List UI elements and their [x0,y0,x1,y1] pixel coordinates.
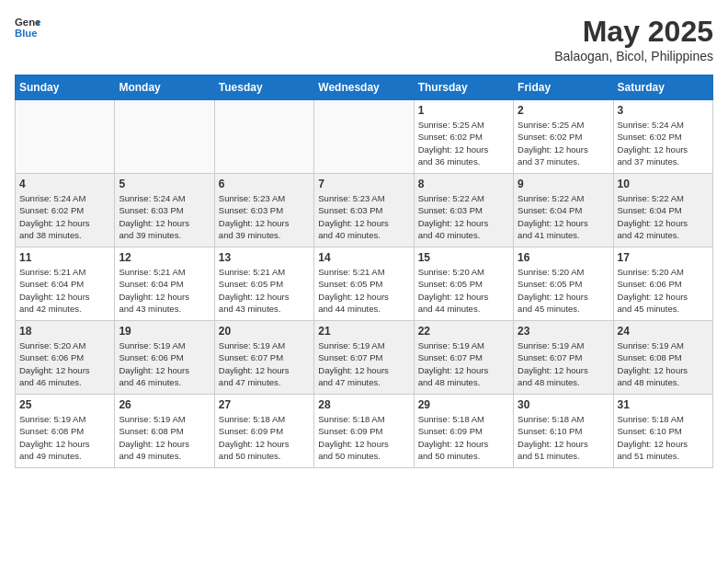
calendar-cell: 31Sunrise: 5:18 AM Sunset: 6:10 PM Dayli… [613,395,712,468]
day-info: Sunrise: 5:20 AM Sunset: 6:06 PM Dayligh… [19,339,110,388]
day-number: 21 [318,325,409,338]
day-number: 7 [318,178,409,190]
day-number: 13 [219,251,310,264]
day-info: Sunrise: 5:22 AM Sunset: 6:04 PM Dayligh… [518,192,609,241]
calendar-cell: 13Sunrise: 5:21 AM Sunset: 6:05 PM Dayli… [214,247,313,321]
day-info: Sunrise: 5:25 AM Sunset: 6:02 PM Dayligh… [518,119,609,167]
day-info: Sunrise: 5:19 AM Sunset: 6:07 PM Dayligh… [418,339,509,388]
day-number: 15 [418,251,509,264]
calendar-cell: 18Sunrise: 5:20 AM Sunset: 6:06 PM Dayli… [16,321,115,395]
calendar-cell: 8Sunrise: 5:22 AM Sunset: 6:03 PM Daylig… [414,174,513,247]
day-info: Sunrise: 5:19 AM Sunset: 6:07 PM Dayligh… [219,339,310,388]
calendar-cell [214,100,313,174]
day-info: Sunrise: 5:21 AM Sunset: 6:04 PM Dayligh… [19,266,110,315]
calendar-cell: 1Sunrise: 5:25 AM Sunset: 6:02 PM Daylig… [414,100,513,174]
day-info: Sunrise: 5:19 AM Sunset: 6:08 PM Dayligh… [19,413,110,462]
calendar-cell: 4Sunrise: 5:24 AM Sunset: 6:02 PM Daylig… [16,174,115,247]
day-info: Sunrise: 5:22 AM Sunset: 6:03 PM Dayligh… [418,192,509,241]
calendar-cell: 16Sunrise: 5:20 AM Sunset: 6:05 PM Dayli… [514,247,613,321]
day-number: 1 [418,104,509,117]
weekday-header-friday: Friday [514,75,613,100]
day-info: Sunrise: 5:20 AM Sunset: 6:05 PM Dayligh… [418,266,509,315]
calendar-cell: 7Sunrise: 5:23 AM Sunset: 6:03 PM Daylig… [314,174,414,247]
day-info: Sunrise: 5:18 AM Sunset: 6:10 PM Dayligh… [518,413,609,462]
day-info: Sunrise: 5:22 AM Sunset: 6:04 PM Dayligh… [618,192,709,241]
day-info: Sunrise: 5:25 AM Sunset: 6:02 PM Dayligh… [418,119,509,167]
day-number: 31 [618,398,709,411]
day-info: Sunrise: 5:19 AM Sunset: 6:08 PM Dayligh… [618,339,709,388]
weekday-header-tuesday: Tuesday [214,75,313,100]
day-info: Sunrise: 5:24 AM Sunset: 6:03 PM Dayligh… [119,192,210,241]
day-info: Sunrise: 5:18 AM Sunset: 6:10 PM Dayligh… [618,413,709,462]
month-year: May 2025 [554,15,713,49]
day-number: 23 [518,325,609,338]
calendar-cell [115,100,214,174]
calendar-cell [16,100,115,174]
day-number: 16 [518,251,609,264]
calendar-cell: 20Sunrise: 5:19 AM Sunset: 6:07 PM Dayli… [214,321,313,395]
day-number: 10 [618,178,709,190]
calendar-cell: 12Sunrise: 5:21 AM Sunset: 6:04 PM Dayli… [115,247,214,321]
day-number: 20 [219,325,310,338]
weekday-header-row: SundayMondayTuesdayWednesdayThursdayFrid… [16,75,713,100]
day-info: Sunrise: 5:19 AM Sunset: 6:07 PM Dayligh… [518,339,609,388]
day-info: Sunrise: 5:18 AM Sunset: 6:09 PM Dayligh… [418,413,509,462]
calendar-cell: 3Sunrise: 5:24 AM Sunset: 6:02 PM Daylig… [613,100,712,174]
day-number: 8 [418,178,509,190]
calendar-cell: 11Sunrise: 5:21 AM Sunset: 6:04 PM Dayli… [16,247,115,321]
svg-text:Blue: Blue [15,28,38,39]
calendar-cell: 21Sunrise: 5:19 AM Sunset: 6:07 PM Dayli… [314,321,414,395]
calendar-cell: 26Sunrise: 5:19 AM Sunset: 6:08 PM Dayli… [115,395,214,468]
day-info: Sunrise: 5:19 AM Sunset: 6:07 PM Dayligh… [318,339,409,388]
calendar-cell: 19Sunrise: 5:19 AM Sunset: 6:06 PM Dayli… [115,321,214,395]
day-number: 26 [119,398,210,411]
day-number: 12 [119,251,210,264]
page-header: General Blue May 2025 Balaogan, Bicol, P… [15,15,713,63]
title-block: May 2025 Balaogan, Bicol, Philippines [554,15,713,63]
day-info: Sunrise: 5:24 AM Sunset: 6:02 PM Dayligh… [618,119,709,167]
day-number: 18 [19,325,110,338]
day-info: Sunrise: 5:21 AM Sunset: 6:05 PM Dayligh… [219,266,310,315]
calendar-cell: 23Sunrise: 5:19 AM Sunset: 6:07 PM Dayli… [514,321,613,395]
day-info: Sunrise: 5:19 AM Sunset: 6:08 PM Dayligh… [119,413,210,462]
calendar-cell: 2Sunrise: 5:25 AM Sunset: 6:02 PM Daylig… [514,100,613,174]
calendar-cell: 17Sunrise: 5:20 AM Sunset: 6:06 PM Dayli… [613,247,712,321]
calendar-week-row: 18Sunrise: 5:20 AM Sunset: 6:06 PM Dayli… [16,321,713,395]
day-info: Sunrise: 5:24 AM Sunset: 6:02 PM Dayligh… [19,192,110,241]
calendar-cell [314,100,414,174]
day-number: 27 [219,398,310,411]
day-number: 9 [518,178,609,190]
day-info: Sunrise: 5:20 AM Sunset: 6:05 PM Dayligh… [518,266,609,315]
day-info: Sunrise: 5:18 AM Sunset: 6:09 PM Dayligh… [318,413,409,462]
calendar-cell: 24Sunrise: 5:19 AM Sunset: 6:08 PM Dayli… [613,321,712,395]
day-number: 2 [518,104,609,117]
day-number: 22 [418,325,509,338]
calendar-cell: 28Sunrise: 5:18 AM Sunset: 6:09 PM Dayli… [314,395,414,468]
day-info: Sunrise: 5:23 AM Sunset: 6:03 PM Dayligh… [219,192,310,241]
calendar-week-row: 4Sunrise: 5:24 AM Sunset: 6:02 PM Daylig… [16,174,713,247]
day-number: 17 [618,251,709,264]
weekday-header-wednesday: Wednesday [314,75,414,100]
day-number: 24 [618,325,709,338]
day-number: 19 [119,325,210,338]
weekday-header-thursday: Thursday [414,75,513,100]
calendar-week-row: 11Sunrise: 5:21 AM Sunset: 6:04 PM Dayli… [16,247,713,321]
calendar-cell: 14Sunrise: 5:21 AM Sunset: 6:05 PM Dayli… [314,247,414,321]
weekday-header-monday: Monday [115,75,214,100]
calendar-week-row: 25Sunrise: 5:19 AM Sunset: 6:08 PM Dayli… [16,395,713,468]
calendar-cell: 25Sunrise: 5:19 AM Sunset: 6:08 PM Dayli… [16,395,115,468]
calendar-cell: 9Sunrise: 5:22 AM Sunset: 6:04 PM Daylig… [514,174,613,247]
calendar-cell: 5Sunrise: 5:24 AM Sunset: 6:03 PM Daylig… [115,174,214,247]
calendar-week-row: 1Sunrise: 5:25 AM Sunset: 6:02 PM Daylig… [16,100,713,174]
day-info: Sunrise: 5:23 AM Sunset: 6:03 PM Dayligh… [318,192,409,241]
day-number: 5 [119,178,210,190]
calendar-cell: 6Sunrise: 5:23 AM Sunset: 6:03 PM Daylig… [214,174,313,247]
day-number: 6 [219,178,310,190]
day-info: Sunrise: 5:18 AM Sunset: 6:09 PM Dayligh… [219,413,310,462]
calendar-table: SundayMondayTuesdayWednesdayThursdayFrid… [15,75,713,468]
location: Balaogan, Bicol, Philippines [554,49,713,63]
day-info: Sunrise: 5:21 AM Sunset: 6:05 PM Dayligh… [318,266,409,315]
calendar-cell: 10Sunrise: 5:22 AM Sunset: 6:04 PM Dayli… [613,174,712,247]
calendar-cell: 29Sunrise: 5:18 AM Sunset: 6:09 PM Dayli… [414,395,513,468]
calendar-cell: 22Sunrise: 5:19 AM Sunset: 6:07 PM Dayli… [414,321,513,395]
